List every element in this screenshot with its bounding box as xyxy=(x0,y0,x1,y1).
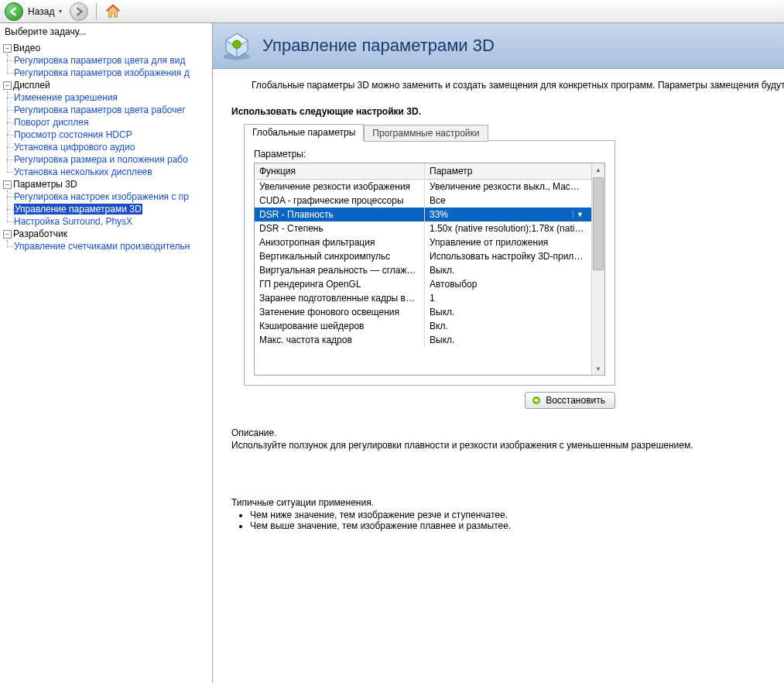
param-row[interactable]: CUDA - графические процессорыВсе xyxy=(255,194,591,208)
nav-tree: −ВидеоРегулировка параметров цвета для в… xyxy=(0,40,212,254)
description: Описание. Используйте ползунок для регул… xyxy=(231,427,784,451)
tabs: Глобальные параметры Программные настрой… xyxy=(244,123,784,140)
param-function: Макс. частота кадров xyxy=(255,333,425,347)
sidebar: Выберите задачу... −ВидеоРегулировка пар… xyxy=(0,23,213,683)
header-bar: Управление параметрами 3D xyxy=(213,23,784,69)
tree-item[interactable]: Регулировка размера и положения рабо xyxy=(14,154,188,165)
param-row[interactable]: Анизотропная фильтрацияУправление от при… xyxy=(255,235,591,249)
param-function: DSR - Степень xyxy=(255,221,425,235)
svg-point-1 xyxy=(233,40,241,49)
tree-category[interactable]: Параметры 3D xyxy=(13,178,77,190)
tree-item[interactable]: Управление параметрами 3D xyxy=(14,204,142,215)
param-function: Вертикальный синхроимпульс xyxy=(255,249,425,263)
tab-global[interactable]: Глобальные параметры xyxy=(244,124,364,141)
tree-item[interactable]: Поворот дисплея xyxy=(14,117,89,128)
params-label: Параметры: xyxy=(254,149,605,160)
param-row[interactable]: ГП рендеринга OpenGLАвтовыбор xyxy=(255,277,591,291)
col-value[interactable]: Параметр xyxy=(425,163,591,179)
scrollbar[interactable]: ▲ ▼ xyxy=(591,163,604,375)
tree-category[interactable]: Разработчик xyxy=(13,228,67,240)
param-value[interactable]: Использовать настройку 3D-приложения xyxy=(425,249,591,263)
param-value[interactable]: Автовыбор xyxy=(425,277,591,291)
param-value[interactable]: 1.50x (native resolution);1.78x (native … xyxy=(425,221,591,235)
param-row[interactable]: DSR - Плавность33%▼ xyxy=(255,208,591,221)
toolbar: Назад ▾ xyxy=(0,0,784,23)
params-table: Функция Параметр Увеличение резкости изо… xyxy=(254,163,605,376)
tree-item[interactable]: Настройка Surround, PhysX xyxy=(14,216,132,227)
param-row[interactable]: DSR - Степень1.50x (native resolution);1… xyxy=(255,221,591,235)
param-row[interactable]: Вертикальный синхроимпульсИспользовать н… xyxy=(255,249,591,263)
param-function: Заранее подготовленные кадры вирту... xyxy=(255,291,425,305)
tree-item[interactable]: Регулировка параметров цвета рабочег xyxy=(14,105,186,115)
params-header: Функция Параметр xyxy=(255,163,591,180)
task-label: Выберите задачу... xyxy=(0,23,212,40)
toolbar-separator xyxy=(96,3,97,20)
nvidia-icon xyxy=(532,396,541,405)
param-function: Анизотропная фильтрация xyxy=(255,235,425,249)
param-value[interactable]: Выкл. xyxy=(425,263,591,277)
tree-category[interactable]: Видео xyxy=(13,42,40,54)
param-value[interactable]: Выкл. xyxy=(425,333,591,347)
tree-item[interactable]: Просмотр состояния HDCP xyxy=(14,129,132,140)
restore-label: Восстановить xyxy=(546,395,605,406)
param-function: Увеличение резкости изображения xyxy=(255,180,425,194)
param-value[interactable]: 1 xyxy=(425,291,591,305)
back-label: Назад xyxy=(28,6,54,17)
col-function[interactable]: Функция xyxy=(255,163,425,179)
restore-button[interactable]: Восстановить xyxy=(525,392,615,409)
param-function: DSR - Плавность xyxy=(255,208,425,221)
tree-item[interactable]: Регулировка параметров изображения д xyxy=(14,67,190,78)
tree-expander[interactable]: − xyxy=(3,44,12,53)
usage-title: Типичные ситуации применения. xyxy=(231,497,784,508)
param-row[interactable]: Кэширование шейдеровВкл. xyxy=(255,319,591,333)
description-title: Описание. xyxy=(231,427,784,438)
param-row[interactable]: Затенение фонового освещенияВыкл. xyxy=(255,305,591,319)
usage-item: Чем выше значение, тем изображение плавн… xyxy=(250,520,784,531)
tree-expander[interactable]: − xyxy=(3,81,12,90)
page-title: Управление параметрами 3D xyxy=(262,36,495,56)
param-row[interactable]: Заранее подготовленные кадры вирту...1 xyxy=(255,291,591,305)
tree-item[interactable]: Установка нескольких дисплеев xyxy=(14,166,152,177)
back-dropdown[interactable]: ▾ xyxy=(59,8,62,15)
tree-item[interactable]: Управление счетчиками производительн xyxy=(14,241,190,252)
scroll-down-icon[interactable]: ▼ xyxy=(592,362,604,375)
tree-expander[interactable]: − xyxy=(3,230,12,239)
param-row[interactable]: Виртуальная реальность — сглаживан...Вык… xyxy=(255,263,591,277)
param-value[interactable]: Все xyxy=(425,194,591,208)
tree-item[interactable]: Регулировка параметров цвета для вид xyxy=(14,55,185,66)
usage-item: Чем ниже значение, тем изображение резче… xyxy=(250,510,784,520)
param-function: CUDA - графические процессоры xyxy=(255,194,425,208)
param-value[interactable]: 33%▼ xyxy=(425,208,591,221)
param-function: Кэширование шейдеров xyxy=(255,319,425,333)
usage: Типичные ситуации применения. Чем ниже з… xyxy=(231,497,784,531)
home-icon[interactable] xyxy=(104,3,122,20)
tree-expander[interactable]: − xyxy=(3,180,12,189)
param-function: ГП рендеринга OpenGL xyxy=(255,277,425,291)
tab-panel: Параметры: Функция Параметр Увеличение р… xyxy=(244,140,615,386)
param-value[interactable]: Выкл. xyxy=(425,305,591,319)
header-3d-icon xyxy=(221,29,253,62)
param-function: Виртуальная реальность — сглаживан... xyxy=(255,263,425,277)
tree-category[interactable]: Дисплей xyxy=(13,79,50,91)
forward-button[interactable] xyxy=(70,2,88,21)
param-value[interactable]: Увеличение резкости выкл., Масштаби... xyxy=(425,180,591,194)
content: Управление параметрами 3D Глобальные пар… xyxy=(213,23,784,683)
param-row[interactable]: Макс. частота кадровВыкл. xyxy=(255,333,591,347)
tree-item[interactable]: Изменение разрешения xyxy=(14,92,118,103)
group-title: Использовать следующие настройки 3D. xyxy=(231,106,784,117)
intro-text: Глобальные параметры 3D можно заменить и… xyxy=(252,80,784,91)
param-value[interactable]: Вкл. xyxy=(425,319,591,333)
back-button[interactable] xyxy=(5,2,23,21)
tree-item[interactable]: Установка цифрового аудио xyxy=(14,142,135,153)
param-row[interactable]: Увеличение резкости изображенияУвеличени… xyxy=(255,180,591,194)
tree-item[interactable]: Регулировка настроек изображения с пр xyxy=(14,191,189,202)
tab-program[interactable]: Программные настройки xyxy=(364,125,488,142)
scroll-up-icon[interactable]: ▲ xyxy=(592,163,604,176)
param-value[interactable]: Управление от приложения xyxy=(425,235,591,249)
param-function: Затенение фонового освещения xyxy=(255,305,425,319)
scroll-thumb[interactable] xyxy=(593,177,604,270)
description-text: Используйте ползунок для регулировки пла… xyxy=(231,440,784,451)
chevron-down-icon[interactable]: ▼ xyxy=(573,211,587,218)
